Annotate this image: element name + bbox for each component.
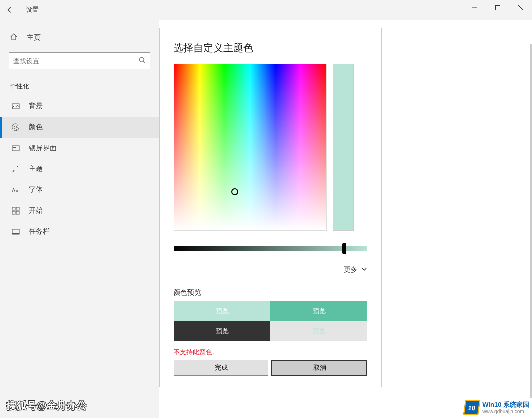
color-cursor[interactable] [231, 188, 238, 195]
svg-point-4 [139, 57, 144, 62]
lockscreen-icon [12, 144, 21, 152]
svg-rect-11 [13, 147, 16, 148]
color-picker-dialog: 选择自定义主题色 更多 颜色预览 预览 预览 预览 预览 不支持此颜色。 完成 … [159, 28, 382, 387]
nav-themes[interactable]: 主题 [0, 159, 159, 179]
image-icon [12, 102, 21, 110]
close-button[interactable] [509, 0, 532, 16]
search-input[interactable] [13, 57, 139, 65]
search-icon [139, 57, 146, 65]
titlebar: 设置 [0, 0, 532, 20]
font-icon: AA [12, 186, 21, 194]
watermark-line1: Win10 系统家园 [482, 401, 529, 408]
nav-start[interactable]: 开始 [0, 200, 159, 221]
preview-grid: 预览 预览 预览 预览 [174, 301, 367, 341]
svg-rect-15 [16, 207, 19, 210]
cancel-button[interactable]: 取消 [271, 360, 367, 376]
svg-point-8 [14, 128, 15, 129]
watermark-left: 搜狐号@金舟办公 [7, 399, 87, 412]
nav-label: 主题 [29, 165, 43, 173]
palette-icon [12, 123, 21, 131]
window-title: 设置 [26, 5, 39, 14]
minimize-button[interactable] [463, 0, 486, 16]
svg-line-5 [143, 61, 145, 63]
preview-cell-light-bg: 预览 [270, 321, 367, 341]
chevron-down-icon [361, 266, 367, 274]
nav-label: 锁屏界面 [29, 144, 57, 153]
watermark-right: 10 Win10 系统家园 www.qdhuajin.com [464, 400, 529, 415]
preview-cell-dark-accent: 预览 [270, 301, 367, 321]
value-slider[interactable] [174, 246, 367, 251]
nav-label: 任务栏 [29, 227, 50, 236]
home-link[interactable]: 主页 [0, 28, 159, 47]
color-field[interactable] [174, 64, 327, 231]
nav-colors[interactable]: 颜色 [0, 117, 159, 138]
svg-rect-14 [12, 207, 15, 210]
nav-label: 背景 [29, 102, 43, 111]
home-label: 主页 [27, 33, 41, 42]
home-icon [10, 33, 19, 42]
preview-cell-light-accent: 预览 [174, 301, 270, 321]
svg-rect-16 [12, 211, 15, 214]
nav-fonts[interactable]: AA 字体 [0, 179, 159, 200]
start-icon [12, 207, 21, 215]
brush-icon [12, 165, 21, 173]
svg-text:A: A [12, 187, 16, 193]
nav-lockscreen[interactable]: 锁屏界面 [0, 138, 159, 159]
section-label: 个性化 [0, 78, 159, 96]
slider-thumb[interactable] [342, 243, 346, 254]
maximize-button[interactable] [486, 0, 509, 16]
svg-rect-1 [496, 6, 500, 10]
dialog-title: 选择自定义主题色 [174, 41, 367, 55]
taskbar-icon [12, 228, 21, 236]
nav-label: 颜色 [29, 123, 43, 132]
svg-point-9 [16, 129, 17, 130]
svg-rect-19 [12, 233, 19, 234]
more-toggle[interactable]: 更多 [174, 265, 367, 274]
window-controls [463, 0, 532, 16]
nav-label: 字体 [29, 185, 43, 194]
svg-point-7 [14, 126, 15, 127]
nav-taskbar[interactable]: 任务栏 [0, 221, 159, 242]
search-box[interactable] [9, 52, 150, 69]
error-message: 不支持此颜色。 [174, 348, 367, 357]
nav-background[interactable]: 背景 [0, 96, 159, 117]
sidebar: 主页 个性化 背景 颜色 锁屏界面 主题 AA 字体 开始 任务栏 [0, 20, 159, 418]
done-button[interactable]: 完成 [174, 360, 268, 376]
preview-cell-dark-bg: 预览 [174, 321, 270, 341]
nav-label: 开始 [29, 206, 43, 215]
svg-rect-17 [16, 211, 19, 214]
svg-text:A: A [16, 189, 19, 193]
preview-section-label: 颜色预览 [174, 288, 367, 297]
watermark-line2: www.qdhuajin.com [482, 409, 529, 414]
color-preview-swatch [333, 64, 354, 231]
scrollbar[interactable] [530, 44, 532, 398]
watermark-badge: 10 [463, 400, 480, 415]
back-button[interactable] [0, 0, 20, 20]
more-label: 更多 [344, 265, 357, 274]
content-area: 选择自定义主题色 更多 颜色预览 预览 预览 预览 预览 不支持此颜色。 完成 … [159, 20, 532, 418]
